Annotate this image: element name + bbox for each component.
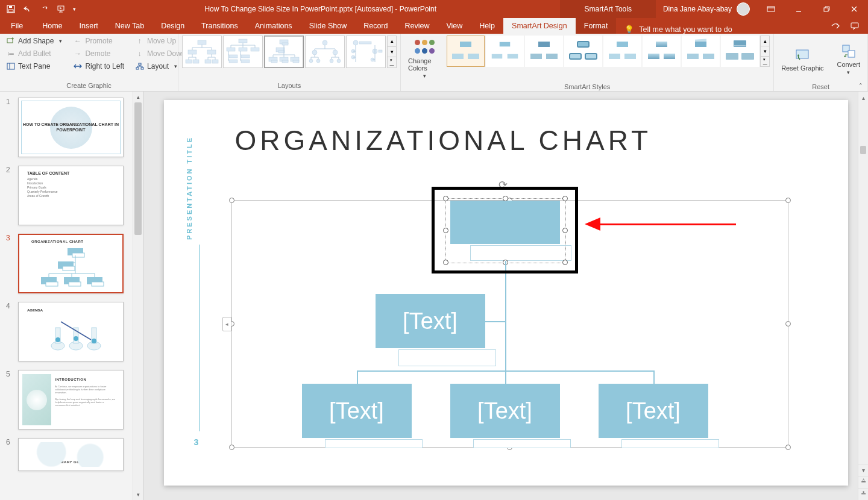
tab-newtab[interactable]: New Tab — [107, 18, 153, 34]
svg-rect-1 — [8, 10, 13, 12]
layouts-gallery-more[interactable]: ▴▾▾— — [387, 36, 397, 68]
slide-canvas[interactable]: PRESENTATION TITLE 3 ORGANIZATIONAL CHAR… — [164, 100, 848, 486]
thumbnail-6[interactable]: 6 PRIMARY GOALS — [0, 432, 143, 473]
style-option-6[interactable] — [643, 36, 681, 67]
slide-editor[interactable]: PRESENTATION TITLE 3 ORGANIZATIONAL CHAR… — [143, 92, 868, 500]
group-label-create-graphic: Create Graphic — [4, 82, 174, 91]
resize-handle[interactable] — [229, 198, 234, 203]
style-option-1[interactable] — [447, 36, 485, 67]
svg-rect-68 — [570, 54, 581, 59]
add-shape-icon — [6, 36, 15, 45]
org-node-bottom-3-sub[interactable] — [621, 439, 719, 448]
scroll-up-icon[interactable]: ▴ — [858, 92, 868, 104]
svg-rect-39 — [271, 60, 277, 63]
slide-heading[interactable]: ORGANIZATIONAL CHART — [235, 124, 652, 157]
styles-gallery-more[interactable]: ▴▾▾— — [760, 36, 770, 67]
add-shape-button[interactable]: Add Shape▾ — [4, 35, 64, 46]
text-pane-expand-icon[interactable]: ◂ — [222, 317, 231, 331]
resize-handle[interactable] — [229, 445, 234, 450]
svg-rect-10 — [851, 23, 858, 28]
svg-rect-21 — [207, 50, 216, 54]
tab-format[interactable]: Format — [576, 18, 617, 34]
tab-smartart-design[interactable]: SmartArt Design — [503, 18, 576, 34]
scroll-down-icon[interactable]: ▾ — [858, 464, 868, 476]
reset-graphic-icon — [794, 46, 811, 63]
previous-slide-icon[interactable]: ≜ — [858, 476, 868, 488]
thumbnail-scrollbar[interactable]: ▴ ▾ — [133, 92, 143, 500]
start-from-beginning-icon[interactable] — [53, 1, 70, 17]
layout-option-2[interactable] — [223, 36, 263, 68]
svg-rect-71 — [609, 54, 620, 59]
tab-help[interactable]: Help — [471, 18, 503, 34]
tab-slideshow[interactable]: Slide Show — [301, 18, 356, 34]
org-node-assistant-sub[interactable] — [398, 349, 496, 366]
layout-option-4[interactable] — [305, 36, 345, 68]
svg-rect-7 — [824, 8, 828, 11]
style-option-7[interactable] — [682, 36, 720, 67]
share-icon[interactable] — [827, 18, 844, 34]
style-option-5[interactable] — [603, 36, 641, 67]
thumbnail-5[interactable]: 5 INTRODUCTION At Contoso, we empower or… — [0, 364, 143, 432]
tab-record[interactable]: Record — [355, 18, 396, 34]
scrollbar-thumb[interactable] — [134, 102, 142, 235]
collapse-ribbon-icon[interactable]: ˄ — [855, 81, 867, 91]
reset-graphic-button[interactable]: Reset Graphic — [778, 35, 827, 83]
org-node-bottom-2[interactable]: [Text] — [450, 384, 560, 438]
scroll-up-icon[interactable]: ▴ — [133, 92, 143, 102]
close-icon[interactable] — [840, 0, 868, 18]
undo-icon[interactable] — [19, 1, 36, 17]
connector-line — [505, 261, 506, 370]
thumbnail-4[interactable]: 4 AGENDA — [0, 296, 143, 364]
editor-scrollbar[interactable]: ▴ ▾ ≜ ≛ — [858, 92, 868, 500]
svg-rect-20 — [188, 50, 197, 54]
org-node-assistant[interactable]: [Text] — [376, 294, 485, 348]
comments-icon[interactable] — [846, 18, 863, 34]
tab-review[interactable]: Review — [396, 18, 438, 34]
org-node-bottom-1[interactable]: [Text] — [302, 384, 412, 438]
save-icon[interactable] — [2, 1, 19, 17]
qat-dropdown-icon[interactable]: ▾ — [70, 1, 78, 17]
scrollbar-thumb[interactable] — [860, 146, 866, 154]
svg-rect-63 — [507, 54, 518, 59]
restore-icon[interactable] — [813, 0, 840, 18]
style-option-8[interactable] — [721, 36, 759, 67]
redo-icon[interactable] — [36, 1, 53, 17]
svg-rect-93 — [46, 282, 58, 286]
org-node-bottom-3[interactable]: [Text] — [599, 384, 708, 438]
tab-transitions[interactable]: Transitions — [193, 18, 247, 34]
tab-animations[interactable]: Animations — [247, 18, 301, 34]
tell-me-search[interactable]: 💡 Tell me what you want to do — [616, 25, 740, 34]
resize-handle[interactable] — [785, 321, 791, 327]
tab-file[interactable]: File — [0, 18, 34, 34]
tab-view[interactable]: View — [438, 18, 471, 34]
window-controls — [757, 0, 868, 18]
svg-point-45 — [312, 50, 317, 55]
org-node-bottom-2-sub[interactable] — [473, 439, 571, 448]
thumbnail-3[interactable]: 3 ORGANIZATIONAL CHART — [0, 228, 143, 296]
text-pane-button[interactable]: Text Pane — [4, 60, 64, 72]
thumbnail-2[interactable]: 2 TABLE OF CONTENT Agenda Introduction P… — [0, 160, 143, 228]
next-slide-icon[interactable]: ≛ — [858, 488, 868, 500]
user-account[interactable]: Dina Jane Abay-abay — [656, 2, 757, 16]
tab-insert[interactable]: Insert — [71, 18, 107, 34]
tab-design[interactable]: Design — [153, 18, 193, 34]
tab-home[interactable]: Home — [34, 18, 71, 34]
style-option-2[interactable] — [486, 36, 524, 67]
scroll-down-icon[interactable]: ▾ — [133, 489, 143, 500]
style-option-3[interactable] — [525, 36, 563, 67]
convert-button[interactable]: Convert ▾ — [833, 35, 864, 83]
right-to-left-button[interactable]: Right to Left — [71, 60, 127, 72]
style-option-4[interactable] — [564, 36, 602, 67]
layout-option-5[interactable] — [346, 36, 386, 68]
layout-option-3[interactable] — [264, 36, 304, 68]
resize-handle[interactable] — [785, 198, 791, 203]
minimize-icon[interactable] — [785, 0, 813, 18]
resize-handle[interactable] — [785, 445, 791, 450]
layout-option-1[interactable] — [182, 36, 222, 68]
ribbon-display-icon[interactable] — [757, 0, 785, 18]
change-colors-button[interactable]: Change Colors ▾ — [404, 35, 444, 83]
org-node-bottom-1-sub[interactable] — [325, 439, 423, 448]
thumbnail-1[interactable]: 1 HOW TO CREATE ORGANIZATIONAL CHART IN … — [0, 92, 143, 160]
user-avatar — [737, 2, 750, 16]
promote-icon: ← — [73, 36, 82, 45]
